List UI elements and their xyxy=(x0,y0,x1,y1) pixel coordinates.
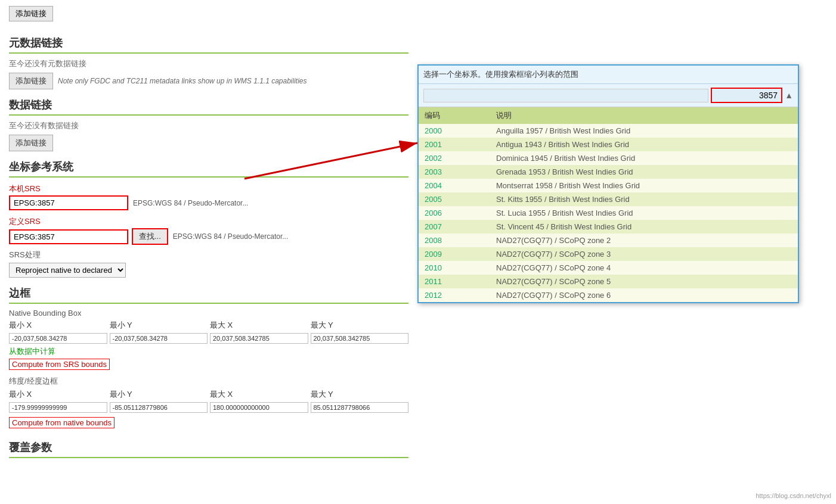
coverage-params-title: 覆盖参数 xyxy=(9,440,408,458)
popup-table-body: 2000 Anguilla 1957 / British West Indies… xyxy=(419,124,798,302)
declared-srs-input[interactable] xyxy=(9,229,128,244)
row-desc: St. Kitts 1955 / British West Indies Gri… xyxy=(490,192,798,206)
list-item[interactable]: 2002 Dominica 1945 / British West Indies… xyxy=(419,151,798,165)
native-srs-display: EPSG:WGS 84 / Pseudo-Mercator... xyxy=(133,199,248,207)
ll-max-y-col-label: 最大 Y xyxy=(311,389,409,400)
bbox-title: 边框 xyxy=(9,286,408,304)
latlon-bbox-inputs xyxy=(9,402,408,413)
watermark: https://blog.csdn.net/chyxl xyxy=(756,492,831,499)
native-srs-input[interactable] xyxy=(9,195,128,210)
ll-min-y-input[interactable] xyxy=(110,402,208,413)
row-desc: NAD27(CGQ77) / SCoPQ zone 3 xyxy=(490,247,798,261)
row-code: 2010 xyxy=(419,261,490,275)
native-bbox-inputs xyxy=(9,333,408,344)
ll-max-y-input[interactable] xyxy=(311,402,409,413)
popup-search-value-input[interactable] xyxy=(711,88,782,103)
compute-from-data-link[interactable]: 从数据中计算 xyxy=(9,346,408,357)
max-x-col-label: 最大 X xyxy=(210,320,308,331)
native-min-y-input[interactable] xyxy=(110,333,208,344)
data-link-title: 数据链接 xyxy=(9,98,408,116)
list-item[interactable]: 2011 NAD27(CGQ77) / SCoPQ zone 5 xyxy=(419,275,798,288)
crs-title: 坐标参考系统 xyxy=(9,160,408,178)
list-item[interactable]: 2006 St. Lucia 1955 / British West Indie… xyxy=(419,206,798,220)
latlon-bbox-col-labels: 最小 X 最小 Y 最大 X 最大 Y xyxy=(9,389,408,400)
list-item[interactable]: 2010 NAD27(CGQ77) / SCoPQ zone 4 xyxy=(419,261,798,275)
popup-search-row: ▲ xyxy=(419,84,798,107)
list-item[interactable]: 2003 Grenada 1953 / British West Indies … xyxy=(419,165,798,179)
list-item[interactable]: 2005 St. Kitts 1955 / British West Indie… xyxy=(419,192,798,206)
row-desc: Antigua 1943 / British West Indies Grid xyxy=(490,138,798,151)
row-code: 2004 xyxy=(419,179,490,192)
ll-min-y-col-label: 最小 Y xyxy=(110,389,208,400)
popup-scroll-indicator[interactable]: ▲ xyxy=(785,91,793,100)
popup-search-left-input[interactable] xyxy=(423,89,708,102)
row-code: 2006 xyxy=(419,206,490,220)
col-header-desc: 说明 xyxy=(490,107,798,124)
declared-srs-display: EPSG:WGS 84 / Pseudo-Mercator... xyxy=(173,232,288,241)
row-desc: Dominica 1945 / British West Indies Grid xyxy=(490,151,798,165)
latlon-bbox-label: 纬度/经度边框 xyxy=(9,376,408,387)
native-max-x-input[interactable] xyxy=(210,333,308,344)
metadata-link-title: 元数据链接 xyxy=(9,36,408,54)
row-code: 2007 xyxy=(419,220,490,234)
row-code: 2011 xyxy=(419,275,490,288)
native-bbox-col-labels: 最小 X 最小 Y 最大 X 最大 Y xyxy=(9,320,408,331)
row-desc: NAD27(CGQ77) / SCoPQ zone 4 xyxy=(490,261,798,275)
metadata-note: Note only FGDC and TC211 metadata links … xyxy=(58,77,307,85)
list-item[interactable]: 2012 NAD27(CGQ77) / SCoPQ zone 6 xyxy=(419,288,798,302)
max-y-col-label: 最大 Y xyxy=(311,320,409,331)
data-add-link-button[interactable]: 添加链接 xyxy=(9,135,53,151)
list-item[interactable]: 2000 Anguilla 1957 / British West Indies… xyxy=(419,124,798,138)
row-desc: St. Lucia 1955 / British West Indies Gri… xyxy=(490,206,798,220)
col-header-code: 编码 xyxy=(419,107,490,124)
native-srs-label: 本机SRS xyxy=(9,183,408,194)
list-item[interactable]: 2001 Antigua 1943 / British West Indies … xyxy=(419,138,798,151)
list-item[interactable]: 2009 NAD27(CGQ77) / SCoPQ zone 3 xyxy=(419,247,798,261)
popup-rows-table: 2000 Anguilla 1957 / British West Indies… xyxy=(419,124,798,302)
top-add-link-button[interactable]: 添加链接 xyxy=(9,6,53,21)
row-code: 2001 xyxy=(419,138,490,151)
declared-srs-label: 定义SRS xyxy=(9,216,408,227)
srs-handling-label: SRS处理 xyxy=(9,250,408,260)
list-item[interactable]: 2007 St. Vincent 45 / British West Indie… xyxy=(419,220,798,234)
compute-from-native-link[interactable]: Compute from native bounds xyxy=(9,417,114,428)
ll-min-x-col-label: 最小 X xyxy=(9,389,107,400)
native-bbox-label: Native Bounding Box xyxy=(9,309,408,318)
ll-min-x-input[interactable] xyxy=(9,402,107,413)
row-code: 2009 xyxy=(419,247,490,261)
popup-title: 选择一个坐标系。使用搜索框缩小列表的范围 xyxy=(423,70,578,79)
find-srs-button[interactable]: 查找... xyxy=(132,228,168,245)
list-item[interactable]: 2004 Montserrat 1958 / British West Indi… xyxy=(419,179,798,192)
row-desc: Montserrat 1958 / British West Indies Gr… xyxy=(490,179,798,192)
row-desc: St. Vincent 45 / British West Indies Gri… xyxy=(490,220,798,234)
row-desc: NAD27(CGQ77) / SCoPQ zone 6 xyxy=(490,288,798,302)
main-panel: 添加链接 元数据链接 至今还没有元数据链接 添加链接 Note only FGD… xyxy=(0,0,417,504)
row-desc: Grenada 1953 / British West Indies Grid xyxy=(490,165,798,179)
crs-selector-dialog: 选择一个坐标系。使用搜索框缩小列表的范围 ▲ 编码 说明 2000 Anguil… xyxy=(417,64,799,303)
row-code: 2002 xyxy=(419,151,490,165)
ll-max-x-input[interactable] xyxy=(210,402,308,413)
min-y-col-label: 最小 Y xyxy=(110,320,208,331)
row-desc: NAD27(CGQ77) / SCoPQ zone 2 xyxy=(490,234,798,247)
metadata-link-sublabel: 至今还没有元数据链接 xyxy=(9,58,408,69)
data-link-sublabel: 至今还没有数据链接 xyxy=(9,120,408,131)
row-code: 2005 xyxy=(419,192,490,206)
native-min-x-input[interactable] xyxy=(9,333,107,344)
row-desc: Anguilla 1957 / British West Indies Grid xyxy=(490,124,798,138)
row-code: 2003 xyxy=(419,165,490,179)
row-code: 2012 xyxy=(419,288,490,302)
compute-from-srs-link[interactable]: Compute from SRS bounds xyxy=(9,359,110,370)
popup-table-header: 编码 说明 xyxy=(419,107,798,124)
row-desc: NAD27(CGQ77) / SCoPQ zone 5 xyxy=(490,275,798,288)
row-code: 2008 xyxy=(419,234,490,247)
list-item[interactable]: 2008 NAD27(CGQ77) / SCoPQ zone 2 xyxy=(419,234,798,247)
metadata-add-link-button[interactable]: 添加链接 xyxy=(9,73,53,89)
native-max-y-input[interactable] xyxy=(311,333,409,344)
row-code: 2000 xyxy=(419,124,490,138)
srs-handling-select[interactable]: Reproject native to declared xyxy=(9,263,126,278)
min-x-col-label: 最小 X xyxy=(9,320,107,331)
ll-max-x-col-label: 最大 X xyxy=(210,389,308,400)
